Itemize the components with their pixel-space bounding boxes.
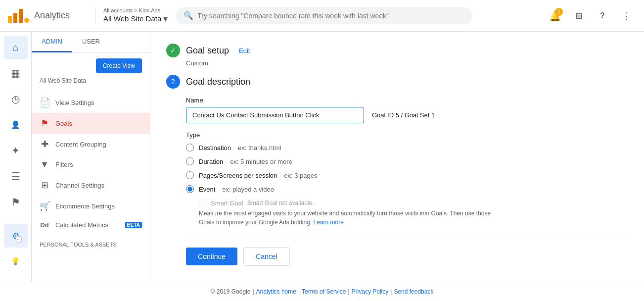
- top-actions: 🔔 1 ⊞ ? ⋮: [545, 6, 636, 26]
- help-button[interactable]: ?: [593, 6, 612, 26]
- nav-home[interactable]: ⌂: [4, 36, 28, 59]
- create-view-button[interactable]: Create View: [96, 58, 142, 73]
- person-icon: 👤: [11, 120, 20, 129]
- type-pages-screens: Pages/Screens per session ex: 3 pages: [186, 171, 628, 179]
- goal-setup-section: ✓ Goal setup Edit Custom: [166, 44, 628, 67]
- smart-goal-note: Measure the most engaged visits to your …: [199, 209, 506, 227]
- goal-setup-edit-link[interactable]: Edit: [239, 47, 250, 54]
- footer-analytics-home-link[interactable]: Analytics home: [256, 288, 296, 295]
- nav-dashboard[interactable]: ▦: [4, 61, 28, 85]
- radio-smart-goal: [199, 199, 207, 207]
- event-hint: ex: played a video: [222, 186, 274, 193]
- footer-copyright: © 2019 Google: [211, 288, 251, 295]
- cancel-button[interactable]: Cancel: [243, 247, 290, 266]
- beta-badge: BETA: [125, 222, 142, 228]
- radio-duration[interactable]: [186, 157, 194, 165]
- tab-admin[interactable]: ADMIN: [32, 32, 72, 52]
- notification-bell-button[interactable]: 🔔 1: [545, 6, 565, 26]
- acquisition-icon: ✦: [11, 145, 20, 156]
- sidebar-item-channel-settings[interactable]: ⊞ Channel Settings: [32, 175, 150, 196]
- sidebar-item-label-filters: Filters: [55, 161, 142, 168]
- goal-name-input[interactable]: [186, 107, 364, 123]
- sidebar-item-label-goals: Goals: [55, 120, 142, 127]
- pages-screens-hint: ex: 3 pages: [284, 172, 317, 179]
- grid-icon: ⊞: [575, 10, 583, 21]
- learn-more-link[interactable]: Learn more: [313, 219, 343, 226]
- ecommerce-icon: 🛒: [40, 201, 49, 211]
- goal-setup-title: Goal setup: [186, 46, 229, 56]
- sidebar-item-calculated-metrics[interactable]: Dd Calculated Metrics BETA: [32, 216, 150, 234]
- bulb-icon: 💡: [11, 257, 20, 266]
- footer-privacy-link[interactable]: Privacy Policy: [352, 288, 389, 295]
- sidebar-item-label-content-grouping: Content Grouping: [55, 141, 142, 148]
- duration-hint: ex: 5 minutes or more: [230, 158, 292, 165]
- radio-event[interactable]: [186, 185, 194, 193]
- more-icon: ⋮: [621, 10, 631, 22]
- type-label: Type: [186, 131, 628, 139]
- footer-feedback-link[interactable]: Send feedback: [394, 288, 433, 295]
- footer-terms-link[interactable]: Terms of Service: [302, 288, 346, 295]
- nav-insights[interactable]: 💡: [4, 250, 28, 273]
- sidebar-item-view-settings[interactable]: 📄 View Settings: [32, 92, 150, 113]
- search-input[interactable]: [197, 12, 464, 20]
- account-path: All accounts > Kick-Ads: [103, 7, 168, 13]
- type-radio-group: Destination ex: thanks.html Duration ex:…: [186, 144, 628, 227]
- nav-audience[interactable]: 👤: [4, 113, 28, 137]
- view-settings-icon: 📄: [40, 97, 49, 108]
- sidebar: ADMIN USER Create View All Web Site Data…: [32, 32, 150, 301]
- main-content: ✓ Goal setup Edit Custom 2 Goal descript…: [150, 32, 644, 301]
- smart-goal-not-available: Smart Goal not available.: [247, 200, 314, 206]
- sidebar-item-label-view-settings: View Settings: [55, 99, 142, 106]
- nav-behavior[interactable]: ☰: [4, 164, 28, 188]
- logo-icon: [8, 9, 29, 23]
- help-icon: ?: [600, 11, 605, 20]
- pages-screens-label: Pages/Screens per session: [199, 172, 277, 179]
- nav-acquisition[interactable]: ✦: [4, 139, 28, 162]
- gear-icon: ⚙ ←: [12, 230, 20, 242]
- goal-setup-check: ✓: [166, 44, 180, 57]
- sidebar-item-content-grouping[interactable]: ✚ Content Grouping: [32, 134, 150, 154]
- filters-icon: ▼: [40, 159, 49, 170]
- name-row: Goal ID 5 / Goal Set 1: [186, 107, 628, 123]
- calculated-metrics-icon: Dd: [40, 221, 49, 229]
- sidebar-item-ecommerce[interactable]: 🛒 Ecommerce Settings: [32, 196, 150, 216]
- continue-button[interactable]: Continue: [186, 248, 237, 265]
- nav-realtime[interactable]: ◷: [4, 87, 28, 111]
- search-wrapper: 🔍: [176, 7, 472, 24]
- search-bar: 🔍: [176, 7, 472, 24]
- type-duration: Duration ex: 5 minutes or more: [186, 157, 628, 165]
- sidebar-item-label-channel-settings: Channel Settings: [55, 182, 142, 189]
- radio-destination[interactable]: [186, 144, 194, 151]
- view-label: All Web Site Data: [32, 75, 150, 88]
- nav-conversions[interactable]: ⚑: [4, 190, 28, 214]
- account-name-dropdown[interactable]: All Web Site Data ▾: [103, 13, 168, 24]
- home-icon: ⌂: [12, 42, 18, 53]
- sidebar-items: 📄 View Settings ⚑ Goals ✚ Content Groupi…: [32, 88, 150, 238]
- logo-bar-3: [19, 9, 23, 23]
- content-grouping-icon: ✚: [40, 139, 49, 150]
- goals-icon: ⚑: [40, 118, 49, 129]
- logo-bar-2: [13, 13, 17, 23]
- sidebar-item-filters[interactable]: ▼ Filters: [32, 154, 150, 175]
- conversions-icon: ⚑: [11, 196, 20, 208]
- step-title: Goal description: [186, 77, 250, 87]
- grid-apps-button[interactable]: ⊞: [569, 6, 589, 26]
- tab-user[interactable]: USER: [72, 32, 110, 52]
- destination-hint: ex: thanks.html: [238, 144, 281, 151]
- clock-icon: ◷: [11, 93, 20, 105]
- logo-dot: [24, 18, 29, 23]
- logo-area: Analytics: [8, 9, 87, 23]
- more-options-button[interactable]: ⋮: [616, 6, 636, 26]
- smart-goal-title: Smart Goal: [211, 200, 243, 207]
- form-divider: [186, 237, 628, 237]
- nav-settings[interactable]: ⚙ ←: [4, 224, 28, 248]
- account-area: All accounts > Kick-Ads All Web Site Dat…: [95, 7, 168, 24]
- step-number: 2: [166, 75, 180, 89]
- top-bar: Analytics All accounts > Kick-Ads All We…: [0, 0, 644, 32]
- form-section: Name Goal ID 5 / Goal Set 1 Type Destina…: [186, 97, 628, 266]
- sidebar-item-goals[interactable]: ⚑ Goals: [32, 113, 150, 134]
- channel-settings-icon: ⊞: [40, 180, 49, 191]
- destination-label: Destination: [199, 144, 231, 151]
- behavior-icon: ☰: [11, 170, 20, 182]
- radio-pages-screens[interactable]: [186, 171, 194, 179]
